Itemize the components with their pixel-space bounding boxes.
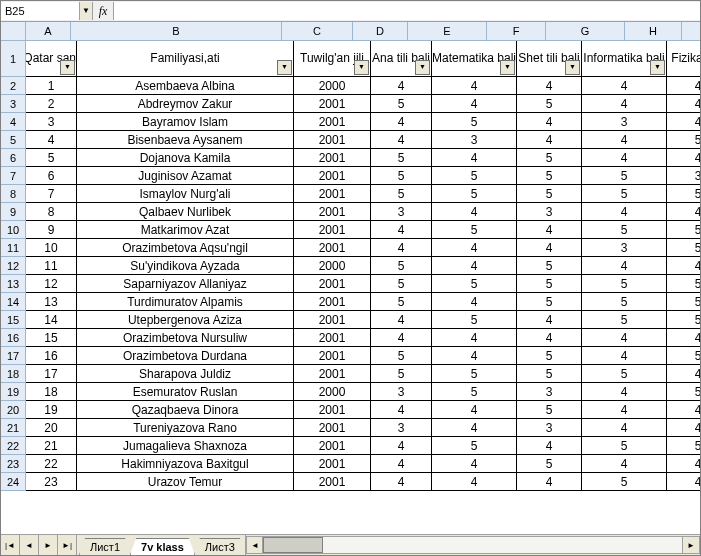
cell[interactable]: 3 [517,419,582,437]
cell[interactable]: Dojanova Kamila [77,149,294,167]
cell[interactable]: 2001 [294,275,371,293]
cell[interactable]: Bayramov Islam [77,113,294,131]
cell[interactable]: 5 [582,365,667,383]
header-cell-G[interactable]: Informatika bali [582,41,667,77]
cell[interactable]: 4 [432,329,517,347]
nav-first[interactable]: |◄ [1,535,20,555]
cell[interactable]: 4 [517,473,582,491]
cell[interactable]: 5 [432,365,517,383]
cell[interactable]: 5 [517,185,582,203]
cell[interactable]: 12 [26,275,77,293]
cell[interactable]: Orazimbetova Durdana [77,347,294,365]
cell[interactable]: Matkarimov Azat [77,221,294,239]
cell[interactable]: 3 [371,383,432,401]
cell[interactable]: 4 [371,455,432,473]
cell[interactable]: Urazov Temur [77,473,294,491]
cell[interactable]: 4 [517,329,582,347]
cell[interactable]: 3 [26,113,77,131]
header-cell-C[interactable]: Tuwilg'an jili [294,41,371,77]
cell[interactable]: 4 [371,239,432,257]
row-header[interactable]: 24 [1,473,26,491]
cell[interactable]: Orazimbetova Nursuliw [77,329,294,347]
cell[interactable]: Juginisov Azamat [77,167,294,185]
cell[interactable]: 4 [667,419,700,437]
cell[interactable]: 18 [26,383,77,401]
cell[interactable]: 4 [26,131,77,149]
cell[interactable]: 4 [582,257,667,275]
cell[interactable]: 2 [26,95,77,113]
cell[interactable]: 1 [26,77,77,95]
row-header[interactable]: 5 [1,131,26,149]
cell[interactable]: Saparniyazov Allaniyaz [77,275,294,293]
cell[interactable]: 21 [26,437,77,455]
row-header[interactable]: 3 [1,95,26,113]
row-header[interactable]: 18 [1,365,26,383]
cell[interactable]: 5 [371,293,432,311]
cell[interactable]: 5 [582,473,667,491]
cell[interactable]: 23 [26,473,77,491]
cell[interactable]: 5 [432,311,517,329]
cell[interactable]: 2001 [294,437,371,455]
cell[interactable]: 4 [667,77,700,95]
cell[interactable]: 4 [582,149,667,167]
cell[interactable]: 5 [582,311,667,329]
cell[interactable]: 4 [582,203,667,221]
column-header-A[interactable]: A [26,22,71,40]
cell[interactable]: 2001 [294,113,371,131]
row-header[interactable]: 11 [1,239,26,257]
cell[interactable]: 20 [26,419,77,437]
cell[interactable]: 4 [667,149,700,167]
cell[interactable]: Bisenbaeva Aysanem [77,131,294,149]
sheet-tab[interactable]: 7v klass [130,538,195,555]
filter-button-D[interactable] [415,60,430,75]
row-header[interactable]: 14 [1,293,26,311]
cell[interactable]: Qalbaev Nurlibek [77,203,294,221]
cell[interactable]: 5 [432,113,517,131]
row-header[interactable]: 20 [1,401,26,419]
cell[interactable]: Ismaylov Nurg'ali [77,185,294,203]
cell[interactable]: 4 [667,455,700,473]
cell[interactable]: 4 [582,455,667,473]
cell[interactable]: 3 [371,203,432,221]
header-cell-A[interactable]: Qatar sani [26,41,77,77]
row-header[interactable]: 19 [1,383,26,401]
filter-button-E[interactable] [500,60,515,75]
cell[interactable]: 2000 [294,383,371,401]
cell[interactable]: 4 [517,239,582,257]
cell[interactable]: 5 [517,401,582,419]
cell[interactable]: 4 [432,419,517,437]
cell[interactable]: 17 [26,365,77,383]
cell[interactable]: 3 [582,239,667,257]
cell[interactable]: 4 [371,329,432,347]
cell[interactable]: 5 [432,275,517,293]
cell[interactable]: 4 [667,401,700,419]
row-header[interactable]: 8 [1,185,26,203]
cell[interactable]: 5 [371,365,432,383]
cell[interactable]: Su'yindikova Ayzada [77,257,294,275]
cell[interactable]: 3 [582,113,667,131]
cell[interactable]: 5 [371,167,432,185]
cell[interactable]: 9 [26,221,77,239]
row-header[interactable]: 12 [1,257,26,275]
fx-label[interactable]: fx [93,2,114,20]
cell[interactable]: 5 [26,149,77,167]
cell[interactable]: 3 [517,203,582,221]
cell[interactable]: 2001 [294,221,371,239]
cell[interactable]: Jumagalieva Shaxnoza [77,437,294,455]
filter-button-A[interactable] [60,60,75,75]
cell[interactable]: 2001 [294,365,371,383]
cell[interactable]: 10 [26,239,77,257]
cell[interactable]: Sharapova Juldiz [77,365,294,383]
cell[interactable]: 3 [517,383,582,401]
header-cell-H[interactable]: Fizika bali [667,41,700,77]
cell[interactable]: 5 [517,293,582,311]
row-header[interactable]: 17 [1,347,26,365]
cell[interactable]: 5 [582,293,667,311]
cell[interactable]: Hakimniyazova Baxitgul [77,455,294,473]
cell[interactable]: Abdreymov Zakur [77,95,294,113]
cell[interactable]: 5 [582,221,667,239]
cell[interactable]: 4 [371,437,432,455]
cell[interactable]: 5 [667,185,700,203]
sheet-tab[interactable]: Лист1 [79,538,131,555]
cell[interactable]: 4 [371,473,432,491]
